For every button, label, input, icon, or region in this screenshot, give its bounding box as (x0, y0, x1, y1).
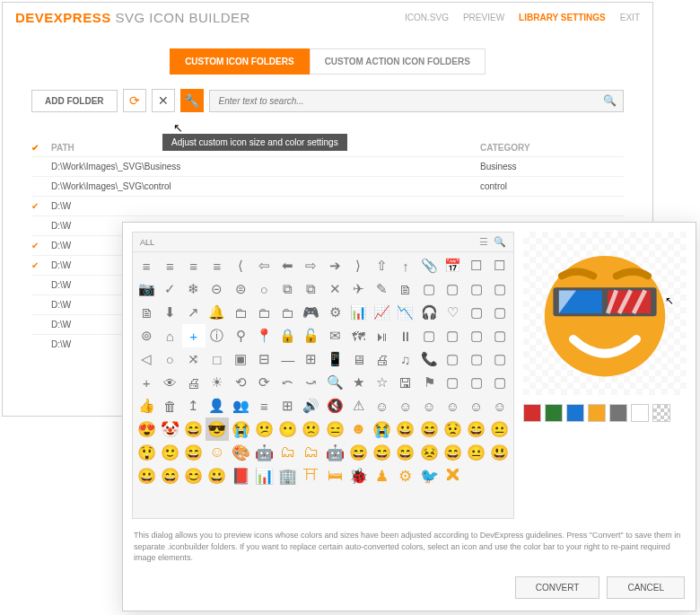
col-category[interactable]: CATEGORY (480, 143, 624, 153)
icon-cell[interactable]: 📈 (371, 301, 394, 324)
icon-cell[interactable]: 🙁 (300, 417, 323, 441)
icon-cell[interactable]: + (135, 371, 158, 394)
icon-cell[interactable]: 📱 (323, 347, 346, 371)
adjust-settings-button[interactable]: 🔧 (180, 89, 204, 112)
icon-cell[interactable]: 😣 (417, 441, 441, 464)
icon-cell[interactable]: ⧉ (276, 277, 300, 301)
nav-iconsvg[interactable]: ICON.SVG (405, 13, 449, 22)
nav-exit[interactable]: EXIT (620, 13, 640, 22)
icon-cell[interactable]: 😄 (441, 441, 464, 464)
icon-cell[interactable]: 😍 (135, 417, 158, 441)
color-swatch[interactable] (545, 404, 563, 422)
icon-cell[interactable]: ▢ (465, 347, 488, 371)
icon-cell[interactable]: ✈ (346, 277, 370, 301)
icon-cell[interactable]: ☺ (441, 394, 464, 417)
row-check-icon[interactable] (31, 162, 51, 171)
icon-cell[interactable] (135, 488, 158, 511)
icon-cell[interactable]: 🔒 (276, 324, 300, 347)
row-check-icon[interactable]: ✔ (31, 241, 51, 250)
table-row[interactable]: ✔D:\W (31, 196, 624, 215)
icon-cell[interactable]: ≡ (158, 254, 181, 277)
color-swatch[interactable] (523, 404, 541, 422)
icon-cell[interactable]: ✎ (371, 277, 394, 301)
icon-cell[interactable]: ➔ (323, 254, 346, 277)
icon-cell[interactable]: ☆ (371, 371, 394, 394)
icon-cell[interactable]: ▣ (229, 347, 252, 371)
icon-cell[interactable]: — (276, 347, 300, 371)
icon-cell[interactable]: 👤 (206, 394, 229, 417)
icon-cell[interactable] (229, 488, 252, 511)
icon-cell[interactable]: ⇦ (252, 254, 276, 277)
icon-cell[interactable]: 📅 (441, 254, 464, 277)
icon-cell[interactable]: + (182, 324, 206, 347)
row-check-icon[interactable] (31, 339, 51, 349)
icon-cell[interactable]: 🤖 (252, 441, 276, 464)
icon-cell[interactable] (465, 488, 488, 511)
icon-cell[interactable]: 😄 (417, 417, 441, 441)
icon-cell[interactable]: 🏢 (276, 464, 300, 488)
icon-cell[interactable] (182, 488, 206, 511)
icon-cell[interactable]: ⓘ (206, 324, 229, 347)
row-check-icon[interactable]: ✔ (31, 201, 51, 211)
icon-cell[interactable] (252, 488, 276, 511)
icon-cell[interactable]: ⛩ (300, 464, 323, 488)
icon-cell[interactable]: 😃 (488, 441, 512, 464)
color-swatch[interactable] (631, 404, 649, 422)
icon-cell[interactable]: ♫ (394, 347, 417, 371)
icon-cell[interactable]: 🖨 (182, 371, 206, 394)
cancel-button[interactable]: CANCEL (607, 576, 685, 599)
icon-cell[interactable]: ♡ (441, 301, 464, 324)
icon-cell[interactable]: 😄 (346, 441, 370, 464)
panel-search-icon[interactable]: 🔍 (494, 236, 506, 248)
icon-cell[interactable]: ⚲ (229, 324, 252, 347)
icon-cell[interactable]: 🛏 (323, 464, 346, 488)
icon-cell[interactable]: 🖥 (346, 347, 370, 371)
icon-cell[interactable]: □ (206, 347, 229, 371)
icon-cell[interactable]: 🗀 (252, 301, 276, 324)
icon-cell[interactable]: ⚙ (394, 464, 417, 488)
icon-cell[interactable]: 🎮 (300, 301, 323, 324)
icon-cell[interactable]: ▢ (441, 347, 464, 371)
icon-cell[interactable] (300, 488, 323, 511)
icon-cell[interactable]: 🗑 (158, 394, 181, 417)
icon-cell[interactable] (488, 464, 512, 488)
icon-cell[interactable]: 😀 (135, 464, 158, 488)
icon-cell[interactable]: 🔍 (323, 371, 346, 394)
color-swatch[interactable] (652, 404, 670, 422)
icon-cell[interactable]: 😄 (394, 441, 417, 464)
icon-cell[interactable] (276, 488, 300, 511)
tab-custom-icon-folders[interactable]: CUSTOM ICON FOLDERS (170, 48, 309, 75)
icon-cell[interactable]: ☀ (206, 371, 229, 394)
icon-cell[interactable]: 🗎 (135, 301, 158, 324)
icon-cell[interactable]: ☺ (206, 441, 229, 464)
icon-cell[interactable]: ⬇ (158, 301, 181, 324)
icon-cell[interactable]: ✉ (323, 324, 346, 347)
icon-cell[interactable]: 🗂 (300, 441, 323, 464)
row-check-icon[interactable] (31, 221, 51, 231)
icon-cell[interactable]: ▢ (465, 324, 488, 347)
icon-cell[interactable]: ☐ (488, 254, 512, 277)
icon-cell[interactable]: ▢ (417, 324, 441, 347)
icon-cell[interactable]: ↗ (182, 301, 206, 324)
icon-cell[interactable]: 🖨 (371, 347, 394, 371)
icon-cell[interactable]: 🤡 (158, 417, 181, 441)
icon-cell[interactable]: ♟ (371, 464, 394, 488)
icon-cell[interactable] (488, 488, 512, 511)
icon-cell[interactable]: ≡ (252, 394, 276, 417)
icon-cell[interactable]: 📎 (417, 254, 441, 277)
icon-cell[interactable] (323, 488, 346, 511)
icon-cell[interactable]: ⊞ (300, 347, 323, 371)
icon-cell[interactable]: ☺ (394, 394, 417, 417)
refresh-button[interactable]: ⟳ (123, 89, 146, 112)
add-folder-button[interactable]: ADD FOLDER (31, 90, 118, 112)
search-input[interactable] (209, 90, 624, 112)
icon-cell[interactable]: ▢ (488, 301, 512, 324)
row-check-icon[interactable]: ✔ (31, 260, 51, 270)
row-check-icon[interactable] (31, 320, 51, 329)
icon-cell[interactable]: ≡ (182, 254, 206, 277)
icon-cell[interactable] (158, 488, 181, 511)
icon-cell[interactable]: ⊟ (252, 347, 276, 371)
check-all-icon[interactable]: ✔ (31, 143, 51, 153)
icon-cell[interactable]: ⟨ (229, 254, 252, 277)
icon-cell[interactable]: 😑 (323, 417, 346, 441)
